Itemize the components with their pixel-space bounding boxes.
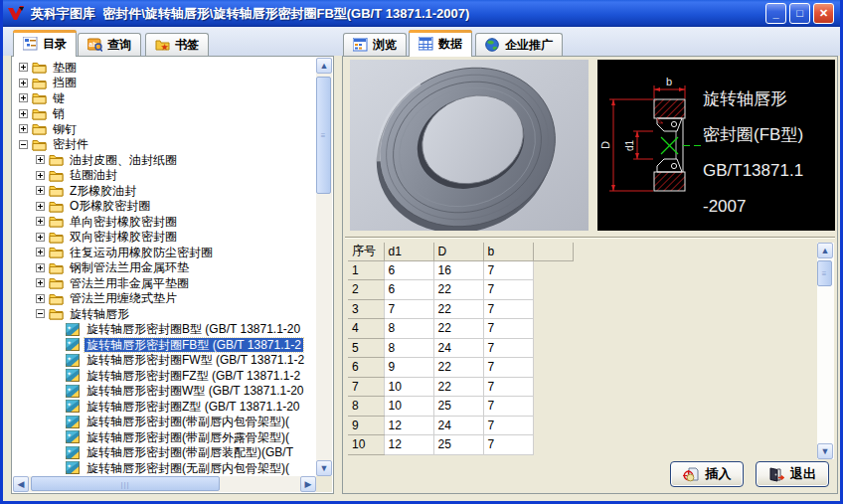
tree-vscroll-thumb[interactable]: ≡ xyxy=(316,77,331,194)
value-cell[interactable]: 7 xyxy=(483,338,533,358)
tree-leaf-item[interactable]: ✦旋转轴唇形密封圈(无副唇内包骨架型)( xyxy=(13,460,316,476)
tree-folder-item[interactable]: 油封皮圈、油封纸圈 xyxy=(13,152,316,168)
tab-data[interactable]: 数据 xyxy=(409,30,472,57)
value-cell[interactable]: 22 xyxy=(433,319,483,339)
tree-folder-item[interactable]: 密封件 xyxy=(13,137,316,153)
tree-leaf-item[interactable]: ✦旋转轴唇形密封圈W型 (GB/T 13871.1-20 xyxy=(13,384,316,400)
table-vertical-scrollbar[interactable]: ▲ ≡ ▼ xyxy=(817,243,834,459)
value-cell[interactable]: 6 xyxy=(384,260,433,280)
expand-icon[interactable] xyxy=(19,63,28,72)
value-cell[interactable]: 12 xyxy=(384,435,433,455)
value-cell[interactable]: 7 xyxy=(483,260,533,280)
table-row[interactable]: 58247 xyxy=(348,338,573,358)
insert-button[interactable]: 插入 xyxy=(670,461,744,487)
expand-icon[interactable] xyxy=(36,217,45,226)
value-cell[interactable]: 25 xyxy=(433,397,483,417)
value-cell[interactable]: 7 xyxy=(483,416,533,435)
tree-folder-item[interactable]: O形橡胶密封圈 xyxy=(13,199,316,215)
value-cell[interactable]: 10 xyxy=(384,397,433,417)
tab-search[interactable]: ab 查询 xyxy=(78,33,141,56)
tree-folder-item[interactable]: 挡圈 xyxy=(13,76,316,91)
expand-icon[interactable] xyxy=(36,171,45,180)
value-cell[interactable]: 22 xyxy=(433,280,483,300)
tab-bookmark[interactable]: ★ 书签 xyxy=(145,33,209,56)
tab-promo[interactable]: 企业推广 xyxy=(475,33,563,56)
tree-hscroll-thumb[interactable]: ||| xyxy=(31,476,220,491)
scroll-down-icon[interactable]: ▼ xyxy=(316,460,332,476)
value-cell[interactable]: 7 xyxy=(483,397,533,417)
table-header-cell[interactable]: D xyxy=(433,243,483,260)
value-cell[interactable]: 7 xyxy=(483,319,533,339)
table-scroll-down-icon[interactable]: ▼ xyxy=(817,443,833,459)
table-header-cell[interactable]: 序号 xyxy=(348,243,384,260)
value-cell[interactable]: 24 xyxy=(433,338,483,358)
table-row[interactable]: 912247 xyxy=(348,416,573,435)
scroll-up-icon[interactable]: ▲ xyxy=(316,58,332,74)
close-button[interactable]: ✕ xyxy=(813,3,834,24)
expand-icon[interactable] xyxy=(36,248,45,256)
tree-vertical-scrollbar[interactable]: ▲ ≡ ▼ xyxy=(316,58,332,476)
expand-icon[interactable] xyxy=(19,93,28,102)
value-cell[interactable]: 7 xyxy=(483,299,533,319)
value-cell[interactable]: 16 xyxy=(433,260,483,280)
tree-folder-item[interactable]: 钢制管法兰用金属环垫 xyxy=(13,260,316,276)
expand-icon[interactable] xyxy=(36,202,45,211)
tree-folder-item[interactable]: 管法兰用非金属平垫圈 xyxy=(13,275,316,291)
collapse-icon[interactable] xyxy=(19,140,28,149)
exit-button[interactable]: 退出 xyxy=(756,461,829,487)
tree-leaf-item[interactable]: ✦旋转轴唇形密封圈FB型 (GB/T 13871.1-2 xyxy=(13,337,316,353)
expand-icon[interactable] xyxy=(19,124,28,133)
table-header-cell[interactable]: d1 xyxy=(384,243,433,260)
tree-folder-item[interactable]: Z形橡胶油封 xyxy=(13,183,316,199)
tree-leaf-item[interactable]: ✦旋转轴唇形密封圈FZ型 (GB/T 13871.1-2 xyxy=(13,368,316,384)
expand-icon[interactable] xyxy=(36,263,45,272)
table-row[interactable]: 810257 xyxy=(348,397,573,417)
scroll-left-icon[interactable]: ◀ xyxy=(13,476,29,492)
table-row[interactable]: 710227 xyxy=(348,377,573,397)
expand-icon[interactable] xyxy=(36,186,45,195)
value-cell[interactable]: 8 xyxy=(384,338,433,358)
table-row[interactable]: 26227 xyxy=(348,280,573,300)
value-cell[interactable]: 8 xyxy=(384,319,433,339)
minimize-button[interactable]: _ xyxy=(765,3,786,24)
value-cell[interactable]: 7 xyxy=(483,377,533,397)
table-row[interactable]: 69227 xyxy=(348,358,573,378)
value-cell[interactable]: 22 xyxy=(433,377,483,397)
tree-leaf-item[interactable]: ✦旋转轴唇形密封圈(带副唇装配型)(GB/T xyxy=(13,445,316,461)
value-cell[interactable]: 7 xyxy=(384,299,433,319)
expand-icon[interactable] xyxy=(19,109,28,118)
tree-folder-item[interactable]: 销 xyxy=(13,106,316,122)
expand-icon[interactable] xyxy=(36,155,45,164)
tree-leaf-item[interactable]: ✦旋转轴唇形密封圈FW型 (GB/T 13871.1-2 xyxy=(13,353,316,369)
value-cell[interactable]: 6 xyxy=(384,280,433,300)
expand-icon[interactable] xyxy=(19,79,28,87)
table-row[interactable]: 1012257 xyxy=(348,435,573,455)
tree-folder-item[interactable]: 管法兰用缠绕式垫片 xyxy=(13,291,316,307)
expand-icon[interactable] xyxy=(36,278,45,287)
tree-folder-item[interactable]: 垫圈 xyxy=(13,60,316,76)
value-cell[interactable]: 22 xyxy=(433,358,483,378)
tree-horizontal-scrollbar[interactable]: ◀ ||| ▶ xyxy=(13,476,316,492)
table-row[interactable]: 37227 xyxy=(348,299,573,319)
table-header-cell[interactable]: b xyxy=(483,243,533,260)
value-cell[interactable]: 24 xyxy=(433,416,483,435)
tree-leaf-item[interactable]: ✦旋转轴唇形密封圈B型 (GB/T 13871.1-20 xyxy=(13,322,316,338)
value-cell[interactable]: 7 xyxy=(483,280,533,300)
expand-icon[interactable] xyxy=(36,233,45,242)
tab-browse[interactable]: 浏览 xyxy=(343,33,407,56)
value-cell[interactable]: 7 xyxy=(483,435,533,455)
maximize-button[interactable]: □ xyxy=(789,3,810,24)
expand-icon[interactable] xyxy=(36,294,45,303)
tree-leaf-item[interactable]: ✦旋转轴唇形密封圈(带副唇外露骨架型)( xyxy=(13,429,316,445)
value-cell[interactable]: 12 xyxy=(384,416,433,435)
table-row[interactable]: 16167 xyxy=(348,260,573,280)
value-cell[interactable]: 22 xyxy=(433,299,483,319)
table-scroll-up-icon[interactable]: ▲ xyxy=(817,243,833,258)
tree-folder-item[interactable]: 键 xyxy=(13,90,316,106)
tree-folder-item[interactable]: 双向密封橡胶密封圈 xyxy=(13,230,316,246)
tab-catalog[interactable]: 目录 xyxy=(13,30,77,57)
table-vscroll-thumb[interactable]: ≡ xyxy=(817,260,832,286)
table-row[interactable]: 48227 xyxy=(348,319,573,339)
value-cell[interactable]: 7 xyxy=(483,358,533,378)
tree-leaf-item[interactable]: ✦旋转轴唇形密封圈Z型 (GB/T 13871.1-20 xyxy=(13,399,316,415)
